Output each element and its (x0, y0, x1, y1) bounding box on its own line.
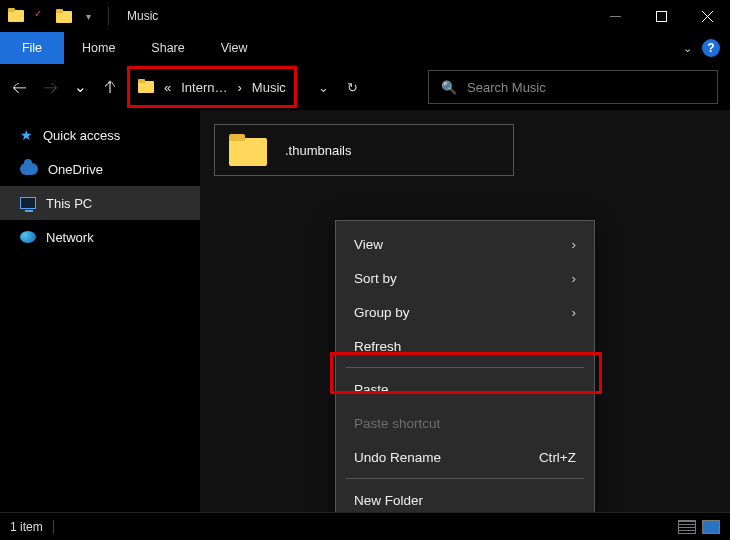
pc-icon (20, 197, 36, 209)
menu-item-label: Paste shortcut (354, 416, 440, 431)
qat-dropdown-icon[interactable]: ▾ (80, 8, 96, 24)
menu-item-paste[interactable]: Paste (336, 372, 594, 406)
view-large-icons-icon[interactable] (702, 520, 720, 534)
menu-item-refresh[interactable]: Refresh (336, 329, 594, 363)
window-controls (592, 0, 730, 32)
folder-icon (229, 134, 267, 166)
menu-item-label: View (354, 237, 383, 252)
search-icon: 🔍 (441, 80, 457, 95)
menu-separator (346, 367, 584, 368)
breadcrumb-segment[interactable]: Intern… (181, 80, 227, 95)
ribbon-collapse-icon[interactable]: ⌄ (683, 42, 692, 55)
breadcrumb-prefix: « (164, 80, 171, 95)
status-item-count: 1 item (10, 520, 43, 534)
tab-share[interactable]: Share (133, 32, 202, 64)
titlebar-divider (108, 7, 109, 25)
chevron-right-icon[interactable]: › (237, 80, 241, 95)
sidebar-item-this-pc[interactable]: This PC (0, 186, 200, 220)
chevron-right-icon: › (572, 237, 577, 252)
address-bar[interactable]: « Intern… › Music (130, 69, 294, 105)
sidebar-item-label: Quick access (43, 128, 120, 143)
file-item-name: .thumbnails (285, 143, 351, 158)
search-input[interactable]: 🔍 Search Music (428, 70, 718, 104)
titlebar-left: ▾ Music (0, 7, 158, 25)
file-menu[interactable]: File (0, 32, 64, 64)
network-icon (20, 231, 36, 243)
sidebar-item-network[interactable]: Network (0, 220, 200, 254)
status-divider (53, 520, 54, 534)
titlebar: ▾ Music (0, 0, 730, 32)
help-icon[interactable]: ? (702, 39, 720, 57)
menu-item-label: Group by (354, 305, 410, 320)
chevron-right-icon: › (572, 305, 577, 320)
sidebar-item-label: OneDrive (48, 162, 103, 177)
menu-item-paste-shortcut: Paste shortcut (336, 406, 594, 440)
up-button[interactable]: 🡡 (103, 79, 118, 96)
chevron-right-icon: › (572, 271, 577, 286)
breadcrumb-segment[interactable]: Music (252, 80, 286, 95)
sidebar-item-quick-access[interactable]: ★ Quick access (0, 118, 200, 152)
menu-item-label: Undo Rename (354, 450, 441, 465)
address-folder-icon (138, 79, 154, 95)
star-icon: ★ (20, 127, 33, 143)
forward-button[interactable]: 🡢 (43, 79, 58, 96)
menu-item-label: Refresh (354, 339, 401, 354)
sidebar-item-label: Network (46, 230, 94, 245)
history-dropdown-icon[interactable]: ⌄ (74, 78, 87, 96)
menu-item-sort-by[interactable]: Sort by › (336, 261, 594, 295)
status-bar: 1 item (0, 512, 730, 540)
menu-item-undo-rename[interactable]: Undo Rename Ctrl+Z (336, 440, 594, 474)
refresh-icon[interactable]: ↻ (347, 80, 358, 95)
nav-arrows: 🡠 🡢 ⌄ 🡡 (12, 78, 118, 96)
properties-icon[interactable] (32, 8, 48, 24)
sidebar-item-label: This PC (46, 196, 92, 211)
maximize-button[interactable] (638, 0, 684, 32)
window-title: Music (127, 9, 158, 23)
menu-item-group-by[interactable]: Group by › (336, 295, 594, 329)
nav-pane: ★ Quick access OneDrive This PC Network (0, 110, 200, 512)
menu-item-label: Paste (354, 382, 389, 397)
menu-item-shortcut: Ctrl+Z (539, 450, 576, 465)
tab-view[interactable]: View (203, 32, 266, 64)
address-dropdown-icon[interactable]: ⌄ (318, 80, 329, 95)
close-button[interactable] (684, 0, 730, 32)
view-details-icon[interactable] (678, 520, 696, 534)
back-button[interactable]: 🡠 (12, 79, 27, 96)
minimize-button[interactable] (592, 0, 638, 32)
menu-item-view[interactable]: View › (336, 227, 594, 261)
qa-folder-icon[interactable] (56, 8, 72, 24)
sidebar-item-onedrive[interactable]: OneDrive (0, 152, 200, 186)
file-item[interactable]: .thumbnails (214, 124, 514, 176)
menu-item-label: Sort by (354, 271, 397, 286)
menu-separator (346, 478, 584, 479)
context-menu: View › Sort by › Group by › Refresh Past… (335, 220, 595, 524)
search-placeholder: Search Music (467, 80, 546, 95)
tab-home[interactable]: Home (64, 32, 133, 64)
menu-item-label: New Folder (354, 493, 423, 508)
ribbon-tabs: File Home Share View ⌄ ? (0, 32, 730, 64)
nav-row: 🡠 🡢 ⌄ 🡡 « Intern… › Music ⌄ ↻ 🔍 Search M… (0, 64, 730, 110)
folder-icon (8, 8, 24, 24)
svg-rect-1 (656, 11, 666, 21)
cloud-icon (20, 163, 38, 175)
